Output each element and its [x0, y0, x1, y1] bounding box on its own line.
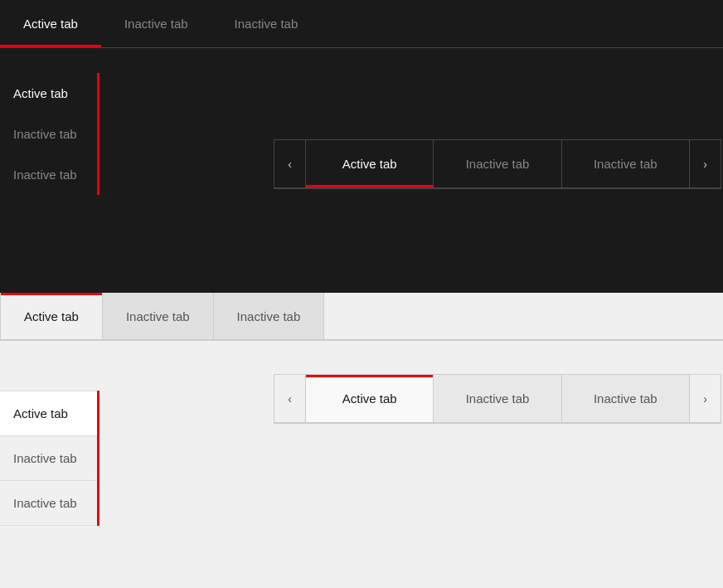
vtab-label: Inactive tab: [13, 496, 77, 510]
tab-bar-dark-top: Active tab Inactive tab Inactive tab: [0, 0, 723, 47]
stab-active-dark[interactable]: Active tab: [306, 140, 433, 187]
light-bottom-section: Active tab Inactive tab Inactive tab ‹ A…: [0, 341, 723, 588]
stab-label: Inactive tab: [594, 391, 657, 406]
vtab-label: Inactive tab: [13, 127, 77, 141]
tab-active-row1[interactable]: Active tab: [0, 0, 101, 47]
stab-label: Inactive tab: [466, 157, 530, 171]
scrollable-tabs-dark: ‹ Active tab Inactive tab Inactive tab ›: [274, 139, 721, 189]
vtab-label: Active tab: [13, 406, 68, 420]
dark-horizontal-tabs-top: Active tab Inactive tab Inactive tab: [0, 0, 723, 48]
vtab-label: Inactive tab: [13, 451, 77, 465]
dark-middle-section: Active tab Inactive tab Inactive tab ‹ A…: [0, 48, 723, 293]
chevron-left-icon: ‹: [288, 158, 292, 171]
stab-inactive-light-2[interactable]: Inactive tab: [561, 375, 689, 422]
vtab-active-light[interactable]: Active tab: [0, 391, 97, 436]
stab-inactive-dark-1[interactable]: Inactive tab: [433, 140, 560, 187]
tab-label: Active tab: [24, 309, 79, 323]
stab-label: Inactive tab: [594, 157, 657, 171]
stab-label: Inactive tab: [466, 391, 530, 406]
tab-active-row3[interactable]: Active tab: [0, 293, 103, 339]
stab-label: Active tab: [342, 391, 397, 406]
vtab-inactive-dark-2[interactable]: Inactive tab: [0, 154, 97, 195]
vtab-inactive-light-1[interactable]: Inactive tab: [0, 436, 97, 481]
chevron-right-icon: ›: [703, 392, 707, 406]
vtab-inactive-light-2[interactable]: Inactive tab: [0, 481, 97, 526]
tab-inactive-row1-1[interactable]: Inactive tab: [101, 0, 211, 47]
stab-inactive-light-1[interactable]: Inactive tab: [433, 375, 560, 422]
stab-inactive-dark-2[interactable]: Inactive tab: [561, 140, 689, 187]
chevron-right-icon: ›: [703, 158, 707, 171]
scrollable-inner-dark: Active tab Inactive tab Inactive tab: [305, 139, 690, 188]
vtab-inactive-dark-1[interactable]: Inactive tab: [0, 114, 97, 154]
stab-active-light[interactable]: Active tab: [306, 375, 433, 422]
scrollable-inner-light: Active tab Inactive tab Inactive tab: [305, 374, 690, 423]
tab-inactive-row3-2[interactable]: Inactive tab: [214, 293, 325, 339]
tab-inactive-row3-1[interactable]: Inactive tab: [103, 293, 214, 339]
tab-label: Inactive tab: [237, 309, 301, 323]
tab-label: Inactive tab: [126, 309, 190, 323]
tab-label: Active tab: [23, 17, 78, 31]
chevron-left-icon: ‹: [288, 392, 292, 406]
tab-label: Inactive tab: [124, 17, 188, 31]
scroll-prev-button-light[interactable]: ‹: [274, 374, 305, 423]
tab-bar-light: Active tab Inactive tab Inactive tab: [0, 293, 723, 339]
vertical-tabs-dark: Active tab Inactive tab Inactive tab: [0, 73, 99, 195]
tab-inactive-row1-2[interactable]: Inactive tab: [211, 0, 322, 47]
light-horizontal-tabs: Active tab Inactive tab Inactive tab: [0, 293, 723, 341]
vtab-active-dark[interactable]: Active tab: [0, 73, 97, 114]
scroll-next-button-dark[interactable]: ›: [690, 139, 721, 188]
stab-label: Active tab: [342, 157, 397, 171]
vtab-label: Inactive tab: [13, 168, 77, 182]
tab-label: Inactive tab: [235, 17, 298, 31]
vertical-tabs-light: Active tab Inactive tab Inactive tab: [0, 391, 99, 526]
vtab-label: Active tab: [13, 86, 68, 100]
scroll-next-button-light[interactable]: ›: [690, 374, 721, 423]
scrollable-tabs-light: ‹ Active tab Inactive tab Inactive tab ›: [274, 374, 721, 424]
scroll-prev-button-dark[interactable]: ‹: [274, 139, 305, 188]
